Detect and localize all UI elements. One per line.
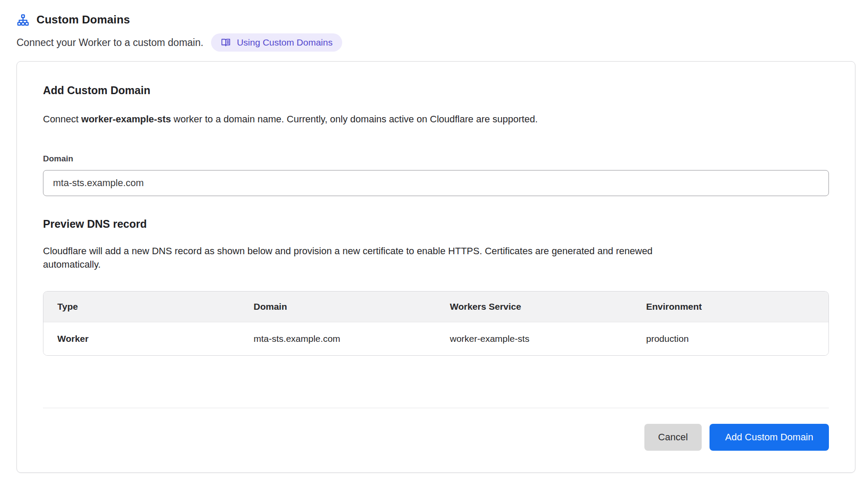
- sitemap-icon: [17, 13, 30, 26]
- column-header-environment: Environment: [632, 292, 828, 322]
- table-row: Worker mta-sts.example.com worker-exampl…: [43, 322, 828, 355]
- card-footer: Cancel Add Custom Domain: [43, 408, 829, 451]
- using-custom-domains-link[interactable]: Using Custom Domains: [211, 33, 342, 52]
- page-subtitle: Connect your Worker to a custom domain.: [17, 37, 203, 49]
- preview-dns-description: Cloudflare will add a new DNS record as …: [43, 244, 677, 271]
- worker-name: worker-example-sts: [81, 114, 171, 124]
- column-header-type: Type: [43, 292, 240, 322]
- add-custom-domain-card: Add Custom Domain Connect worker-example…: [17, 61, 855, 473]
- cell-workers-service: worker-example-sts: [436, 322, 632, 355]
- card-intro-text: Connect worker-example-sts worker to a d…: [43, 112, 829, 126]
- column-header-domain: Domain: [240, 292, 436, 322]
- domain-input[interactable]: [43, 170, 829, 196]
- doc-link-label: Using Custom Domains: [237, 37, 333, 48]
- cell-domain: mta-sts.example.com: [240, 322, 436, 355]
- table-header-row: Type Domain Workers Service Environment: [43, 292, 828, 322]
- add-custom-domain-button[interactable]: Add Custom Domain: [710, 424, 829, 451]
- intro-suffix: worker to a domain name. Currently, only…: [171, 114, 538, 124]
- dns-preview-table: Type Domain Workers Service Environment …: [43, 291, 829, 356]
- cell-type: Worker: [43, 322, 240, 355]
- domain-field-label: Domain: [43, 154, 829, 164]
- page-header: Custom Domains: [0, 0, 868, 26]
- cell-environment: production: [632, 322, 828, 355]
- cancel-button[interactable]: Cancel: [644, 424, 702, 451]
- column-header-workers-service: Workers Service: [436, 292, 632, 322]
- card-title: Add Custom Domain: [43, 84, 829, 97]
- intro-prefix: Connect: [43, 114, 81, 124]
- preview-dns-title: Preview DNS record: [43, 218, 829, 230]
- page-title: Custom Domains: [36, 13, 130, 26]
- book-icon: [221, 37, 231, 48]
- page-subtitle-row: Connect your Worker to a custom domain. …: [0, 26, 868, 52]
